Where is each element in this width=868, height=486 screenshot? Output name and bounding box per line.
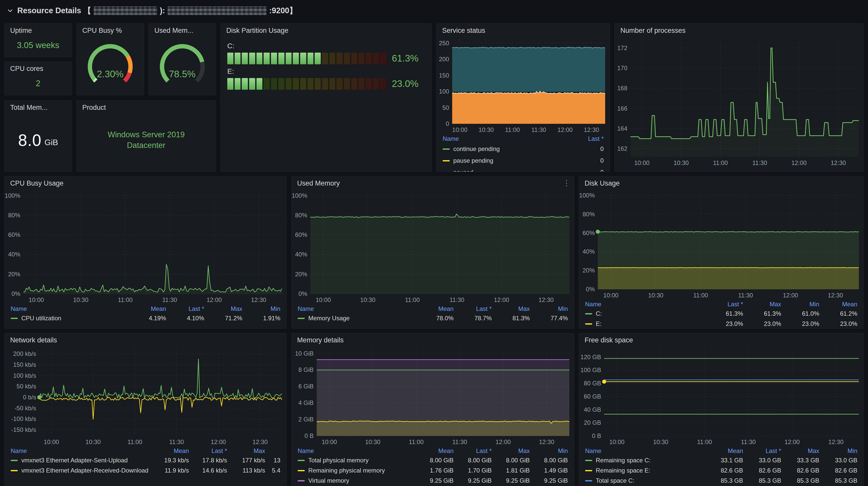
legend-header-col[interactable]: Min — [781, 301, 819, 308]
dashboard-row-header[interactable]: Resource Details 【 ): :9200】 — [0, 0, 868, 21]
gauge-arc[interactable] — [81, 40, 140, 89]
series-label[interactable]: CPU utilization — [21, 315, 61, 322]
panel-title[interactable]: Used Mem... — [149, 24, 216, 35]
panel-title[interactable]: Network details — [5, 333, 286, 345]
series-label[interactable]: Virtual memory — [308, 477, 349, 484]
series-label[interactable]: C: — [596, 310, 602, 317]
series-label[interactable]: E: — [596, 320, 601, 327]
series-label[interactable]: Memory Usage — [308, 315, 350, 322]
legend-header-col[interactable]: Mean — [151, 447, 189, 455]
legend-header-name[interactable]: Name — [11, 305, 128, 312]
timeseries-chart[interactable]: 10:0010:3011:0011:3012:0012:300 B20 GB40… — [579, 345, 863, 447]
legend-header-name[interactable]: Name — [585, 447, 705, 455]
legend-header-name[interactable]: Name — [298, 447, 415, 455]
gauge-arc[interactable] — [153, 40, 212, 89]
series-label[interactable]: Remaining physical memory — [308, 467, 385, 474]
legend-value: 33.0 GB — [743, 457, 781, 464]
panel-title[interactable]: CPU cores — [5, 62, 72, 74]
bargauge-cell — [308, 78, 314, 90]
legend-header-col[interactable]: Last * — [743, 447, 781, 455]
legend-header-col[interactable]: Last * — [454, 447, 492, 455]
svg-text:60%: 60% — [8, 231, 20, 238]
bargauge-cell-lit — [256, 78, 262, 90]
legend-header-col[interactable]: Min — [530, 447, 568, 455]
legend-header-col[interactable]: Mean — [415, 305, 454, 312]
legend-header-col[interactable]: Last * — [166, 305, 204, 312]
svg-text:12:00: 12:00 — [784, 438, 800, 445]
timeseries-chart[interactable]: 10:0010:3011:0011:3012:0012:30200 kb/s15… — [5, 345, 286, 447]
series-label[interactable]: continue pending — [453, 145, 500, 152]
legend-value: 9.25 GiB — [415, 477, 454, 484]
series-label[interactable]: paused — [453, 169, 473, 172]
legend-header-col[interactable]: Max — [492, 305, 530, 312]
legend-header-col[interactable]: Mean — [128, 305, 166, 312]
series-label[interactable]: vmxnet3 Ethernet Adapter-Received-Downlo… — [21, 467, 148, 474]
panel-title[interactable]: Memory details — [291, 333, 574, 345]
bargauge-cell — [358, 53, 364, 64]
legend-header-name[interactable]: Name — [11, 447, 151, 455]
timeseries-chart[interactable]: 10:0010:3011:0011:3012:0012:301621641661… — [615, 35, 863, 168]
bargauge-cell-lit — [278, 53, 284, 64]
timeseries-chart[interactable]: 10:0010:3011:0011:3012:0012:300%20%40%60… — [5, 188, 286, 305]
legend-header-col[interactable]: Min — [819, 447, 857, 455]
panel-title[interactable]: Used Memory — [291, 176, 574, 188]
svg-text:80%: 80% — [8, 212, 20, 219]
legend-value: 14.6 kb/s — [189, 467, 227, 474]
legend-header-name[interactable]: Name — [443, 135, 565, 142]
panel-title[interactable]: Number of processes — [615, 24, 863, 35]
timeseries-chart[interactable]: 10:0010:3011:0011:3012:0012:300%20%40%60… — [291, 188, 574, 305]
svg-text:12:30: 12:30 — [252, 438, 268, 445]
legend-header-col[interactable]: Last * — [565, 135, 603, 142]
bargauge[interactable] — [227, 53, 386, 64]
legend-value: 23.0% — [743, 320, 781, 327]
legend-header-col[interactable]: Max — [227, 447, 265, 455]
series-label[interactable]: Remaining space E: — [596, 467, 650, 474]
panel-title[interactable]: Disk Usage — [579, 176, 863, 188]
panel-title[interactable]: Product — [77, 101, 216, 112]
legend-header-col[interactable]: Min — [530, 305, 568, 312]
timeseries-chart[interactable]: 10:0010:3011:0011:3012:0012:300 B2 GiB4 … — [291, 345, 574, 447]
panel-title[interactable]: Free disk space — [579, 333, 863, 345]
panel-cpu-busy-usage: CPU Busy Usage 10:0010:3011:0011:3012:00… — [4, 176, 287, 328]
legend-header-col[interactable]: Last * — [189, 447, 227, 455]
legend-header-col[interactable]: Max — [204, 305, 242, 312]
panel-title[interactable]: Uptime — [5, 24, 72, 35]
series-color-dash — [585, 480, 592, 481]
legend-header-col[interactable]: Last * — [705, 301, 743, 308]
bargauge-value: 61.3% — [392, 53, 424, 64]
legend-header-col[interactable]: Min — [242, 305, 280, 312]
legend-header-name[interactable]: Name — [585, 301, 705, 308]
svg-text:164: 164 — [617, 125, 627, 132]
legend-header-col[interactable]: Max — [492, 447, 530, 455]
series-label[interactable]: pause pending — [453, 157, 493, 164]
legend-header-col[interactable]: Mean — [819, 301, 857, 308]
legend-value: 9.25 GiB — [492, 477, 530, 484]
series-label[interactable]: Total space C: — [596, 477, 634, 484]
legend-header-col[interactable]: Max — [781, 447, 819, 455]
panel-title[interactable]: Total Mem... — [5, 101, 72, 112]
legend: NameMeanLast *MaxMinCPU utilization4.19%… — [5, 305, 286, 325]
timeseries-chart[interactable]: 10:0010:3011:0011:3012:0012:300501001502… — [437, 35, 610, 135]
series-label[interactable]: vmxnet3 Ethernet Adapter-Sent-Upload — [21, 457, 128, 464]
legend-header-col[interactable]: Last * — [454, 305, 492, 312]
bargauge-cell — [278, 78, 284, 90]
panel-title[interactable]: Disk Partition Usage — [221, 24, 431, 35]
stat-value: 8.0 GiB — [5, 112, 72, 172]
chevron-down-icon[interactable] — [8, 9, 13, 12]
redacted-text — [94, 6, 157, 15]
svg-text:20%: 20% — [583, 267, 595, 274]
legend-value: 78.0% — [415, 315, 454, 322]
panel-title[interactable]: CPU Busy Usage — [5, 176, 286, 188]
panel-menu-icon[interactable]: ⋮ — [563, 178, 570, 187]
bargauge[interactable] — [227, 78, 386, 90]
panel-title[interactable]: Service status — [437, 24, 610, 35]
panel-title[interactable]: CPU Busy % — [77, 24, 144, 35]
svg-text:80 GB: 80 GB — [584, 380, 601, 387]
legend-header-name[interactable]: Name — [298, 305, 415, 312]
timeseries-chart[interactable]: 10:0010:3011:0011:3012:0012:300%20%40%60… — [579, 188, 863, 300]
legend-header-col[interactable]: Max — [743, 301, 781, 308]
series-label[interactable]: Total physical memory — [308, 457, 369, 464]
legend-header-col[interactable]: Mean — [415, 447, 454, 455]
series-label[interactable]: Remaining space C: — [596, 457, 651, 464]
legend-header-col[interactable]: Mean — [705, 447, 743, 455]
